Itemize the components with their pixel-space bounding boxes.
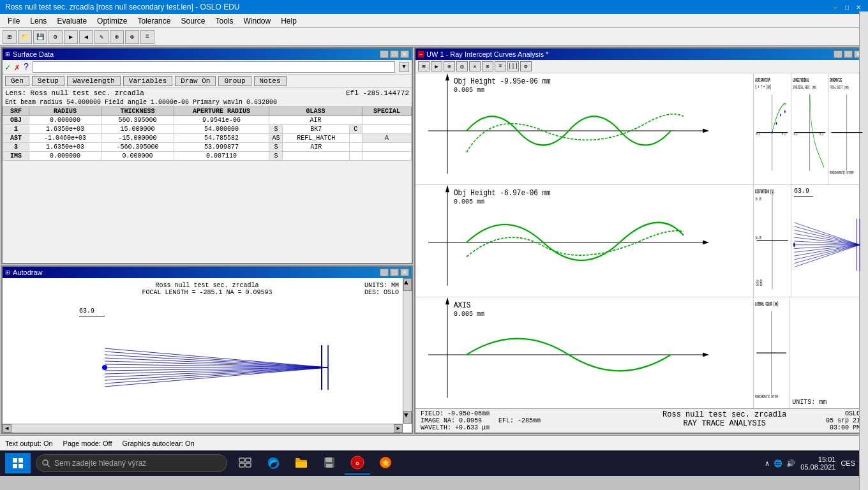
menu-file[interactable]: File — [3, 15, 25, 27]
sd-close[interactable]: ✕ — [400, 50, 409, 58]
svg-line-4 — [105, 361, 328, 368]
taskbar-clock[interactable]: 15:01 05.08.2021 — [800, 456, 835, 471]
srf-ims: IMS — [3, 152, 29, 161]
taskbar-edge[interactable] — [260, 452, 286, 475]
sd-input-field[interactable] — [33, 61, 395, 73]
glass-ims — [283, 152, 349, 161]
sd-maximize[interactable]: □ — [390, 50, 399, 58]
menu-evaluate[interactable]: Evaluate — [52, 15, 92, 27]
table-row: 1 1.6350e+03 15.000000 54.000000 S BK7 C — [3, 125, 412, 134]
taskbar-extra-app[interactable]: 🌟 — [373, 452, 398, 475]
toolbar-btn-5[interactable]: ▶ — [64, 30, 78, 44]
glass-as: AS — [269, 134, 283, 143]
variables-button[interactable]: Variables — [123, 76, 172, 86]
ad-scroll-left[interactable]: ◄ — [3, 424, 11, 433]
taskbar-save[interactable] — [317, 452, 342, 475]
ad-scroll-down[interactable]: ▼ — [403, 411, 412, 424]
ad-maximize[interactable]: □ — [390, 269, 399, 276]
toolbar-btn-6[interactable]: ◀ — [79, 30, 93, 44]
ric-btn-1[interactable]: ⊞ — [418, 61, 430, 71]
taskbar-task-view[interactable] — [232, 452, 258, 475]
thick-1: 15.000000 — [101, 125, 174, 134]
svg-line-10 — [105, 368, 328, 380]
tray-network-icon[interactable]: 🌐 — [774, 459, 782, 468]
ad-minimize[interactable]: _ — [380, 269, 389, 276]
minimize-button[interactable]: – — [831, 3, 840, 11]
astigmatism-svg: ASTIGMATISM S × T + (mm) -0.1 0.1 — [754, 73, 791, 184]
ad-scroll-up[interactable]: ▲ — [403, 278, 412, 291]
ric-btn-3[interactable]: ⊕ — [444, 61, 455, 71]
setup-button[interactable]: Setup — [32, 76, 64, 86]
ad-v-scrollbar[interactable]: ▲ ▼ — [403, 278, 412, 424]
svg-text:MONOCHROMATIC SYSTEM: MONOCHROMATIC SYSTEM — [830, 170, 854, 175]
notes-button[interactable]: Notes — [254, 76, 287, 86]
toolbar-btn-3[interactable]: 💾 — [33, 30, 47, 44]
ric-footer-right: OSLO 05 srp 21 03:00 PM — [826, 410, 860, 431]
ric-maximize[interactable]: □ — [844, 50, 853, 58]
ric-btn-9[interactable]: ⚙ — [520, 61, 532, 71]
toolbar-btn-10[interactable]: ≡ — [140, 30, 154, 44]
ric-btn-8[interactable]: ||| — [507, 61, 519, 71]
taskbar-search[interactable]: Sem zadejte hledaný výraz — [36, 454, 227, 472]
menu-source[interactable]: Source — [176, 15, 210, 27]
sd-table-container[interactable]: SRF RADIUS THICKNESS APERTURE RADIUS GLA… — [3, 107, 412, 161]
group-button[interactable]: Group — [218, 76, 251, 86]
table-row: IMS 0.000000 0.000000 0.007110 S — [3, 152, 412, 161]
toolbar-btn-1[interactable]: ⊞ — [3, 30, 17, 44]
toolbar-btn-7[interactable]: ✎ — [94, 30, 108, 44]
svg-rect-89 — [246, 458, 251, 462]
ric-minimize[interactable]: _ — [834, 50, 842, 58]
ap-obj: 9.9541e-06 — [174, 116, 269, 125]
svg-line-8 — [105, 368, 328, 374]
thick-ast: -15.000000 — [101, 134, 174, 143]
svg-line-64 — [794, 230, 860, 245]
sd-minimize[interactable]: _ — [380, 50, 389, 58]
start-button[interactable] — [5, 453, 31, 473]
ric-btn-6[interactable]: ⊗ — [482, 61, 493, 71]
srf-1: 1 — [3, 125, 29, 134]
taskbar-file-explorer[interactable] — [288, 452, 314, 475]
ric-btn-2[interactable]: ▶ — [431, 61, 442, 71]
ric-btn-5[interactable]: ✕ — [469, 61, 481, 71]
ric-btn-7[interactable]: ≡ — [495, 61, 506, 71]
taskbar-oslo-app[interactable]: Ω — [345, 452, 370, 475]
ap-ast: 54.785582 — [174, 134, 269, 143]
maximize-button[interactable]: □ — [842, 3, 851, 11]
menu-tools[interactable]: Tools — [210, 15, 238, 27]
menu-window[interactable]: Window — [239, 15, 276, 27]
menu-help[interactable]: Help — [276, 15, 302, 27]
svg-rect-83 — [19, 458, 23, 463]
svg-marker-26 — [703, 241, 709, 245]
glass-3: AIR — [283, 143, 349, 152]
scale-value: 63.9 — [791, 185, 865, 200]
tray-volume-icon[interactable]: 🔊 — [786, 459, 795, 468]
ric-btn-4[interactable]: ◎ — [456, 61, 468, 71]
wavelength-button[interactable]: Wavelength — [67, 76, 121, 86]
sd-status-row: ✓ ✗ ? ▼ — [3, 60, 412, 75]
toolbar-btn-8[interactable]: ⊕ — [110, 30, 124, 44]
sd-ok-icon[interactable]: ✓ — [5, 62, 10, 73]
gen-button[interactable]: Gen — [5, 76, 29, 86]
toolbar-btn-9[interactable]: ⊗ — [125, 30, 139, 44]
ad-scroll-right[interactable]: ► — [394, 424, 403, 433]
menu-optimize[interactable]: Optimize — [92, 15, 132, 27]
close-button[interactable]: ✕ — [854, 3, 863, 11]
ad-h-scrollbar[interactable]: ◄ ► — [3, 424, 403, 433]
ad-close[interactable]: ✕ — [400, 269, 409, 276]
sd-help-icon[interactable]: ? — [24, 62, 29, 72]
special-3 — [362, 143, 411, 152]
toolbar-btn-2[interactable]: 📁 — [18, 30, 32, 44]
menu-tolerance[interactable]: Tolerance — [132, 15, 176, 27]
sd-dropdown-btn[interactable]: ▼ — [399, 62, 409, 72]
menu-lens[interactable]: Lens — [25, 15, 52, 27]
footer-field: FIELD: -9.95e-06mm — [421, 410, 624, 417]
surface-data-window: ⊞ Surface Data _ □ ✕ ✓ ✗ ? ▼ Gen Setup W — [1, 47, 413, 264]
middle-analysis-row: DISTORTION (%) 1e-10 -1e-10 1e-10 -1e-10 — [754, 185, 865, 297]
draw-on-button[interactable]: Draw On — [175, 76, 216, 86]
task-view-icon — [239, 457, 251, 468]
tray-arrow-icon[interactable]: ∧ — [765, 459, 770, 468]
table-row: 3 1.6350e+03 -560.395000 53.999877 S AIR — [3, 143, 412, 152]
svg-marker-32 — [703, 352, 709, 357]
sd-cancel-icon[interactable]: ✗ — [14, 62, 19, 73]
toolbar-btn-4[interactable]: ⚙ — [49, 30, 63, 44]
